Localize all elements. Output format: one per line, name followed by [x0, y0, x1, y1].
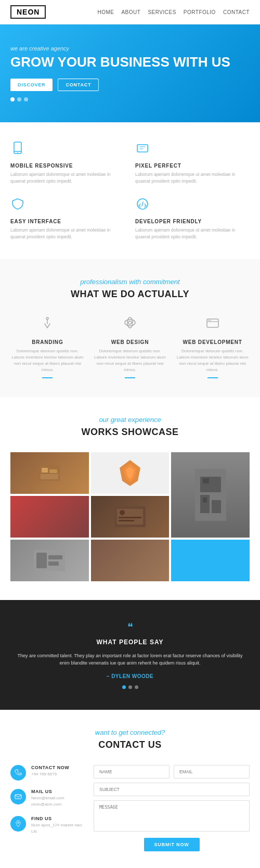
svg-rect-23 [212, 500, 221, 513]
svg-rect-25 [203, 497, 207, 503]
svg-rect-24 [203, 478, 209, 483]
feature-title-2: PIXEL PERFECT [135, 163, 250, 169]
form-row-2 [94, 783, 250, 796]
mail-icon [10, 789, 26, 805]
svg-rect-16 [41, 474, 58, 479]
svg-rect-29 [119, 517, 141, 518]
svg-rect-33 [48, 555, 62, 559]
feature-title-1: MOBILE RESPONSIVE [10, 163, 125, 169]
service-line-branding [42, 377, 53, 378]
svg-point-28 [120, 510, 125, 515]
service-desc-branding: Doloremque deiorum quisitis non. Labore … [10, 348, 85, 373]
what-we-do-section: professionalism with commitment WHAT WE … [0, 259, 260, 397]
mail-us-text: MAIL US Neon@email.com neon@acm.com [31, 789, 64, 808]
find-us-text: FIND US Num apos_17# market naci Lib [31, 816, 83, 835]
feature-title-3: EASY INTERFACE [10, 219, 125, 224]
submit-button[interactable]: SUBMIT NOW [144, 838, 200, 851]
works-title: WORKS SHOWCASE [10, 427, 250, 438]
subject-input[interactable] [94, 783, 250, 796]
feature-pixel-perfect: PIXEL PERFECT Laborum aperiam doloremque… [135, 141, 250, 185]
feature-desc-2: Laborum aperiam doloremque ut amet moles… [135, 171, 250, 185]
svg-point-6 [125, 320, 135, 326]
test-dot-1[interactable] [122, 685, 126, 689]
mobile-responsive-icon [10, 141, 125, 159]
developer-friendly-icon [135, 197, 250, 214]
email-input[interactable] [174, 765, 250, 778]
contact-now-item: CONTACT NOW +94 789 6679 [10, 765, 83, 781]
work-item-6[interactable] [10, 540, 89, 581]
hero-subtitle: we are creative agency [10, 45, 250, 52]
svg-point-12 [210, 320, 211, 321]
service-line-webdesign [125, 377, 135, 378]
svg-rect-3 [137, 145, 148, 152]
svg-point-11 [208, 320, 209, 321]
service-branding: BRANDING Doloremque deiorum quisitis non… [10, 314, 85, 378]
service-title-webdev: WEB DEVELOPMENT [175, 339, 250, 345]
test-dot-2[interactable] [128, 685, 132, 689]
nav-links: HOME ABOUT SERVICES PORTFOLIO CONTACT [97, 9, 250, 15]
feature-developer-friendly: DEVELOPER FRIENDLY Laborum aperiam dolor… [135, 197, 250, 240]
works-section: our great experience WORKS SHOWCASE [0, 397, 260, 600]
service-title-webdesign: WEB DESIGN [93, 339, 167, 345]
what-we-do-title: WHAT WE DO ACTUALLY [10, 289, 250, 300]
feature-mobile-responsive: MOBILE RESPONSIVE Laborum aperiam dolore… [10, 141, 125, 185]
discover-button[interactable]: DISCOVER [10, 79, 53, 91]
contact-now-icon [10, 765, 26, 781]
find-us-item: FIND US Num apos_17# market naci Lib [10, 816, 83, 835]
dot-2[interactable] [17, 97, 21, 101]
svg-rect-35 [15, 795, 21, 799]
svg-rect-32 [36, 553, 47, 568]
mail-us-item: MAIL US Neon@email.com neon@acm.com [10, 789, 83, 808]
feature-title-4: DEVELOPER FRIENDLY [135, 219, 250, 224]
contact-header: want to get connected? CONTACT US [10, 729, 250, 750]
service-webdesign: WEB DESIGN Doloremque deiorum quisitis n… [93, 314, 167, 378]
work-item-8[interactable] [171, 540, 250, 581]
svg-rect-34 [48, 561, 59, 566]
service-desc-webdev: Doloremque deiorum quisitis non. Labore … [175, 348, 250, 373]
nav-contact[interactable]: CONTACT [223, 9, 250, 15]
features-section: MOBILE RESPONSIVE Laborum aperiam dolore… [0, 122, 260, 259]
service-line-webdev [207, 377, 218, 378]
easy-interface-icon [10, 197, 125, 214]
nav-portfolio[interactable]: PORTFOLIO [184, 9, 216, 15]
works-subtitle: our great experience [10, 416, 250, 424]
contact-subtitle: want to get connected? [10, 729, 250, 736]
work-item-4[interactable] [10, 496, 89, 538]
dot-1[interactable] [10, 97, 15, 101]
feature-desc-1: Laborum aperiam doloremque ut amet moles… [10, 171, 125, 185]
webdev-icon [175, 314, 250, 334]
message-textarea[interactable] [94, 800, 250, 832]
work-item-2[interactable] [91, 452, 170, 494]
features-grid: MOBILE RESPONSIVE Laborum aperiam dolore… [10, 141, 250, 240]
hero-section: we are creative agency GROW YOUR BUSINES… [0, 24, 260, 122]
svg-rect-30 [119, 520, 134, 521]
feature-desc-4: Laborum aperiam doloremque ut amet moles… [135, 227, 250, 240]
name-input[interactable] [94, 765, 170, 778]
testimonial-subtitle: WHAT PEOPLE SAY [16, 639, 244, 646]
work-item-3[interactable] [171, 452, 250, 538]
svg-point-8 [128, 321, 132, 324]
nav-services[interactable]: SERVICES [148, 9, 176, 15]
contact-section: want to get connected? CONTACT US CONTAC… [0, 710, 260, 868]
branding-icon [10, 314, 85, 334]
testimonial-dots [16, 685, 244, 689]
work-item-7[interactable] [91, 540, 170, 581]
service-desc-webdesign: Doloremque deiorum quisitis non. Labore … [93, 348, 167, 373]
nav-about[interactable]: ABOUT [121, 9, 140, 15]
dot-3[interactable] [24, 97, 28, 101]
work-item-1[interactable] [10, 452, 89, 494]
testimonial-section: ❝ WHAT PEOPLE SAY They are committed tal… [0, 600, 260, 710]
navbar: NEON HOME ABOUT SERVICES PORTFOLIO CONTA… [0, 0, 260, 24]
form-row-1 [94, 765, 250, 778]
test-dot-3[interactable] [135, 685, 138, 689]
contact-button[interactable]: CONTACT [58, 79, 99, 91]
feature-easy-interface: EASY INTERFACE Laborum aperiam doloremqu… [10, 197, 125, 240]
works-header: our great experience WORKS SHOWCASE [10, 416, 250, 438]
svg-rect-14 [42, 468, 48, 473]
logo[interactable]: NEON [10, 5, 46, 19]
svg-point-2 [17, 152, 18, 154]
work-item-5[interactable] [91, 496, 170, 538]
service-webdev: WEB DEVELOPMENT Doloremque deiorum quisi… [175, 314, 250, 378]
contact-form: SUBMIT NOW [94, 765, 250, 851]
nav-home[interactable]: HOME [97, 9, 114, 15]
